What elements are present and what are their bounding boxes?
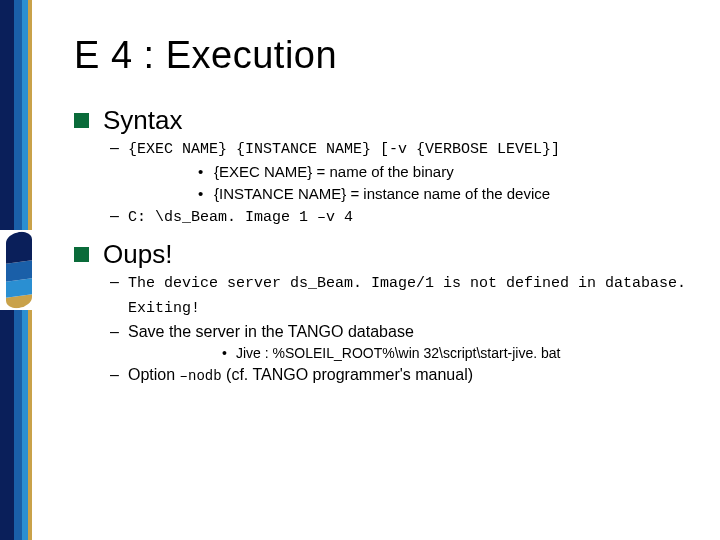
section-heading: Oups! — [103, 239, 172, 270]
square-bullet-icon — [74, 247, 89, 262]
list-item: {INSTANCE NAME} = instance name of the d… — [128, 183, 700, 205]
list-item: {EXEC NAME} = name of the binary — [128, 161, 700, 183]
option-line-prefix: Option — [128, 366, 180, 383]
section-syntax: Syntax {EXEC NAME} {INSTANCE NAME} [-v {… — [74, 105, 700, 229]
save-server-line: Save the server in the TANGO database — [128, 323, 414, 340]
list-item: C: \ds_Beam. Image 1 –v 4 — [74, 204, 700, 229]
error-message-line: The device server ds_Beam. Image/1 is no… — [128, 275, 686, 317]
section-heading: Syntax — [103, 105, 183, 136]
slide-title: E 4 : Execution — [74, 34, 700, 77]
syntax-example-line: C: \ds_Beam. Image 1 –v 4 — [128, 209, 353, 226]
list-item: Option –nodb (cf. TANGO programmer's man… — [74, 363, 700, 386]
option-line-suffix: (cf. TANGO programmer's manual) — [222, 366, 473, 383]
square-bullet-icon — [74, 113, 89, 128]
slide-left-decoration — [0, 0, 36, 540]
option-nodb-code: –nodb — [180, 368, 222, 384]
list-item: Save the server in the TANGO database Ji… — [74, 320, 700, 363]
slide-body: E 4 : Execution Syntax {EXEC NAME} {INST… — [36, 0, 720, 540]
section-oups: Oups! The device server ds_Beam. Image/1… — [74, 239, 700, 386]
list-item: {EXEC NAME} {INSTANCE NAME} [-v {VERBOSE… — [74, 136, 700, 204]
syntax-usage-line: {EXEC NAME} {INSTANCE NAME} [-v {VERBOSE… — [128, 141, 560, 158]
list-item: Jive : %SOLEIL_ROOT%\win 32\script\start… — [128, 343, 700, 363]
list-item: The device server ds_Beam. Image/1 is no… — [74, 270, 700, 320]
